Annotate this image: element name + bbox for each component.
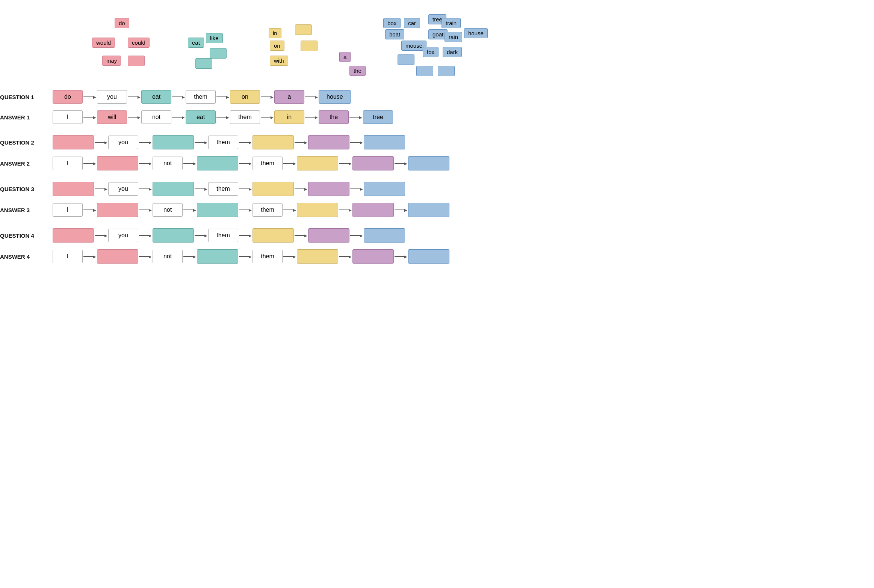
word-box[interactable]: them (208, 136, 238, 149)
arrow (395, 255, 407, 259)
scatter-tile[interactable]: could (128, 38, 150, 48)
scatter-tile[interactable] (301, 41, 318, 51)
word-box[interactable]: on (230, 90, 260, 104)
word-box[interactable]: them (253, 157, 283, 170)
scatter-tile[interactable]: eat (188, 38, 204, 48)
scatter-tile[interactable]: fox (423, 47, 439, 57)
word-box[interactable] (153, 182, 194, 196)
word-box[interactable]: them (230, 110, 260, 124)
word-box[interactable] (308, 182, 349, 196)
arrow (349, 115, 362, 119)
question-row-1: QUESTION 1doyoueatthemonahouse (0, 90, 874, 104)
word-box[interactable] (197, 249, 238, 264)
arrow (350, 187, 363, 191)
word-box[interactable] (197, 156, 238, 170)
scatter-tile[interactable]: in (269, 28, 281, 38)
word-box[interactable]: them (186, 90, 216, 104)
scatter-tile[interactable]: like (206, 33, 223, 43)
qa-block-2: QUESTION 2youthemANSWER 2Inotthem (0, 135, 874, 170)
arrow (83, 161, 96, 166)
arrow (239, 161, 252, 166)
word-box[interactable]: do (53, 90, 83, 104)
word-box[interactable] (97, 249, 138, 264)
word-box[interactable] (352, 249, 394, 264)
scatter-tile[interactable] (438, 66, 455, 76)
word-box[interactable] (308, 135, 349, 149)
word-box[interactable] (297, 203, 338, 217)
word-box[interactable] (364, 135, 405, 149)
word-box[interactable] (53, 135, 94, 149)
scatter-tile[interactable] (210, 48, 227, 59)
scatter-tile[interactable]: may (102, 56, 121, 66)
word-box[interactable]: I (53, 110, 83, 124)
word-box[interactable] (352, 203, 394, 217)
word-box[interactable]: them (253, 250, 283, 263)
word-box[interactable]: you (108, 136, 138, 149)
word-box[interactable]: I (53, 250, 83, 263)
scatter-tile[interactable]: the (349, 66, 366, 76)
word-box[interactable]: tree (363, 110, 393, 124)
word-box[interactable] (53, 228, 94, 243)
word-box[interactable]: the (319, 110, 349, 124)
word-box[interactable] (253, 228, 294, 243)
word-box[interactable] (97, 203, 138, 217)
scatter-tile[interactable]: train (442, 18, 461, 28)
word-box[interactable]: will (97, 110, 127, 124)
word-box[interactable] (308, 228, 349, 243)
word-box[interactable]: you (97, 90, 127, 104)
word-box[interactable] (364, 228, 405, 243)
word-box[interactable] (297, 249, 338, 264)
word-box[interactable]: not (153, 250, 183, 263)
arrow (128, 95, 141, 99)
scatter-tile[interactable] (416, 66, 433, 76)
word-box[interactable] (53, 182, 94, 196)
word-box[interactable]: you (108, 182, 138, 196)
scatter-tile[interactable]: dark (443, 47, 462, 57)
scatter-tile[interactable] (398, 54, 414, 65)
word-box[interactable] (297, 156, 338, 170)
scatter-tile[interactable] (128, 56, 145, 66)
word-box[interactable] (153, 228, 194, 243)
word-box[interactable]: them (208, 229, 238, 242)
word-box[interactable] (253, 182, 294, 196)
word-box[interactable] (408, 249, 449, 264)
word-box[interactable]: not (153, 203, 183, 217)
word-box[interactable]: house (319, 90, 351, 104)
arrow (183, 161, 196, 166)
arrow (350, 140, 363, 145)
scatter-tile[interactable] (295, 24, 312, 35)
word-box[interactable] (253, 135, 294, 149)
word-box[interactable] (153, 135, 194, 149)
scatter-tile[interactable]: rain (445, 32, 462, 42)
scatter-tile[interactable] (195, 58, 212, 69)
arrow (139, 234, 152, 238)
word-box[interactable]: eat (141, 90, 171, 104)
word-box[interactable] (408, 156, 449, 170)
scatter-tile[interactable]: house (464, 28, 488, 38)
word-box[interactable]: not (141, 110, 171, 124)
word-box[interactable]: a (274, 90, 304, 104)
word-box[interactable] (97, 156, 138, 170)
scatter-tile[interactable]: with (270, 56, 288, 66)
word-box[interactable]: you (108, 229, 138, 242)
scatter-tile[interactable]: do (115, 18, 129, 28)
word-box[interactable]: them (208, 182, 238, 196)
scatter-tile[interactable]: car (404, 18, 420, 28)
word-box[interactable]: I (53, 157, 83, 170)
question-sentence-3: youthem (53, 182, 405, 196)
word-box[interactable] (408, 203, 449, 217)
word-box[interactable] (197, 203, 238, 217)
scatter-tile[interactable]: boat (385, 29, 404, 39)
word-box[interactable]: I (53, 203, 83, 217)
scatter-tile[interactable]: would (92, 38, 115, 48)
arrow (395, 208, 407, 212)
word-box[interactable]: in (274, 110, 304, 124)
word-box[interactable]: them (253, 203, 283, 217)
scatter-tile[interactable]: box (383, 18, 401, 28)
word-box[interactable]: eat (186, 110, 216, 124)
word-box[interactable]: not (153, 157, 183, 170)
word-box[interactable] (352, 156, 394, 170)
word-box[interactable] (364, 182, 405, 196)
scatter-tile[interactable]: a (339, 52, 351, 62)
scatter-tile[interactable]: on (270, 41, 284, 51)
